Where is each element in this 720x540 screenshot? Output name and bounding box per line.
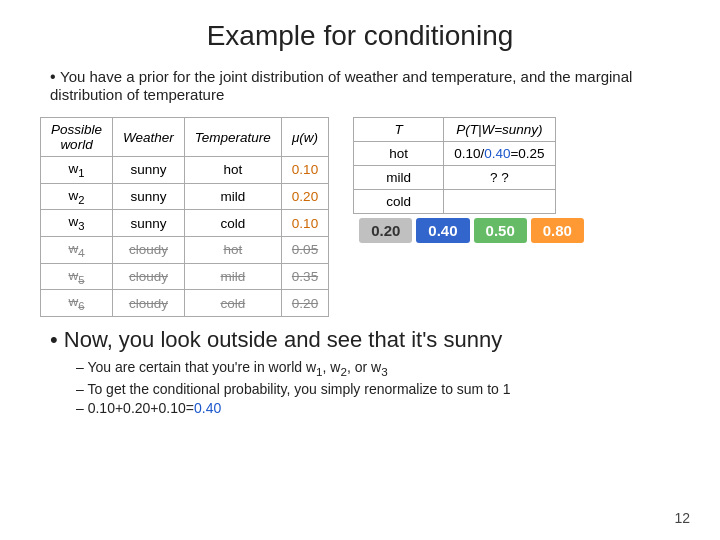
temp-cell: cold (184, 210, 281, 237)
p-cell: 0.10/0.40=0.25 (444, 142, 555, 166)
temp-cell: hot (184, 157, 281, 184)
p-cell (444, 190, 555, 214)
p-cell: ? ? (444, 166, 555, 190)
weather-cell: cloudy (113, 263, 185, 290)
mu-cell: 0.20 (281, 183, 328, 210)
table-row-struck: w4 cloudy hot 0.05 (41, 237, 329, 264)
world-cell: w5 (41, 263, 113, 290)
temp-cell: mild (184, 183, 281, 210)
table-row-struck: w6 cloudy cold 0.20 (41, 290, 329, 317)
temp-cell: mild (184, 263, 281, 290)
page-number: 12 (674, 510, 690, 526)
world-cell: w6 (41, 290, 113, 317)
weather-cell: sunny (113, 210, 185, 237)
intro-text: You have a prior for the joint distribut… (40, 68, 680, 103)
table-row: w3 sunny cold 0.10 (41, 210, 329, 237)
weather-cell: sunny (113, 183, 185, 210)
page-title: Example for conditioning (40, 20, 680, 52)
col-t: T (354, 118, 444, 142)
table-row: cold (354, 190, 555, 214)
weather-cell: sunny (113, 157, 185, 184)
color-boxes-row: 0.20 0.40 0.50 0.80 (357, 218, 586, 243)
mu-cell: 0.05 (281, 237, 328, 264)
t-cell: mild (354, 166, 444, 190)
world-cell: w1 (41, 157, 113, 184)
world-cell: w2 (41, 183, 113, 210)
table-row: mild ? ? (354, 166, 555, 190)
tables-section: Possibleworld Weather Temperature μ(w) w… (40, 117, 680, 317)
t-cell: hot (354, 142, 444, 166)
mu-cell: 0.10 (281, 157, 328, 184)
temp-cell: hot (184, 237, 281, 264)
joint-distribution-table: Possibleworld Weather Temperature μ(w) w… (40, 117, 329, 317)
weather-cell: cloudy (113, 237, 185, 264)
col-mu: μ(w) (281, 118, 328, 157)
right-section: T P(T|W=sunny) hot 0.10/0.40=0.25 mild ?… (353, 117, 586, 243)
t-cell: cold (354, 190, 444, 214)
table-row: w2 sunny mild 0.20 (41, 183, 329, 210)
sub-bullet-2: To get the conditional probability, you … (76, 381, 680, 397)
box-0: 0.20 (359, 218, 412, 243)
sub-bullets-list: You are certain that you're in world w1,… (40, 359, 680, 416)
mu-cell: 0.20 (281, 290, 328, 317)
temp-cell: cold (184, 290, 281, 317)
box-2: 0.50 (474, 218, 527, 243)
table-row: w1 sunny hot 0.10 (41, 157, 329, 184)
world-cell: w3 (41, 210, 113, 237)
sub-bullet-3: 0.10+0.20+0.10=0.40 (76, 400, 680, 416)
table-row: hot 0.10/0.40=0.25 (354, 142, 555, 166)
bullet2-text: Now, you look outside and see that it's … (40, 327, 680, 353)
table-row-struck: w5 cloudy mild 0.35 (41, 263, 329, 290)
box-1: 0.40 (416, 218, 469, 243)
world-cell: w4 (41, 237, 113, 264)
col-temp: Temperature (184, 118, 281, 157)
col-weather: Weather (113, 118, 185, 157)
box-3: 0.80 (531, 218, 584, 243)
col-p: P(T|W=sunny) (444, 118, 555, 142)
mu-cell: 0.10 (281, 210, 328, 237)
conditional-table: T P(T|W=sunny) hot 0.10/0.40=0.25 mild ?… (353, 117, 555, 214)
mu-cell: 0.35 (281, 263, 328, 290)
col-world: Possibleworld (41, 118, 113, 157)
sub-bullet-1: You are certain that you're in world w1,… (76, 359, 680, 378)
weather-cell: cloudy (113, 290, 185, 317)
